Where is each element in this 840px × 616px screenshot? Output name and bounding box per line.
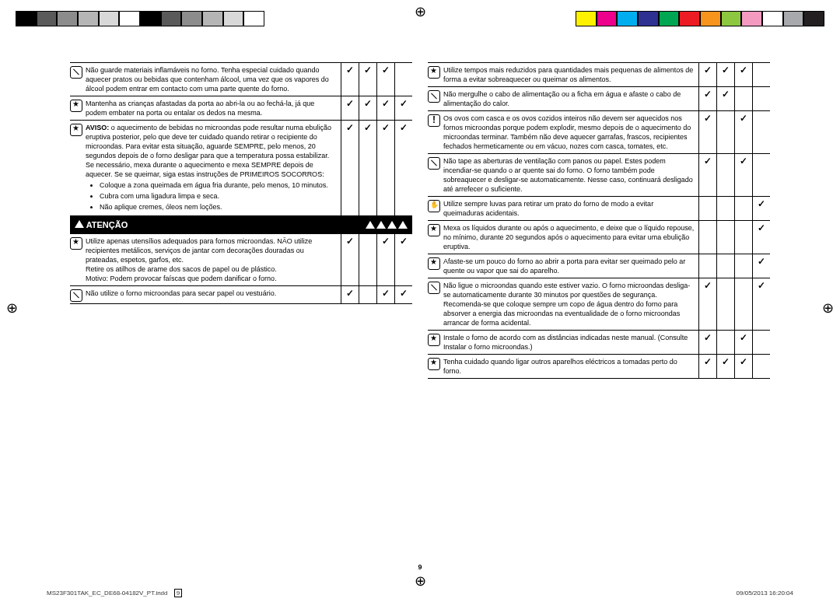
first-aid-list: Coloque a zona queimada em água fria dur… bbox=[100, 180, 338, 212]
checkmark-icon bbox=[704, 332, 712, 343]
check-cell bbox=[699, 355, 717, 379]
caution-icon bbox=[428, 114, 440, 127]
color-swatch bbox=[679, 11, 700, 26]
checkmark-icon bbox=[704, 356, 712, 367]
check-cell bbox=[753, 278, 771, 331]
check-cell bbox=[735, 278, 753, 331]
check-cell bbox=[717, 154, 735, 197]
color-swatch bbox=[223, 11, 244, 26]
check-cell bbox=[717, 63, 735, 87]
prohibition-icon bbox=[70, 289, 82, 302]
check-cell bbox=[699, 154, 717, 197]
checkmark-icon bbox=[364, 122, 372, 133]
important-icon bbox=[428, 358, 440, 370]
checkmark-icon bbox=[382, 288, 390, 299]
checkmark-icon bbox=[346, 122, 354, 133]
check-cell bbox=[753, 254, 771, 278]
check-cell bbox=[395, 286, 413, 304]
row-text: Utilize apenas utensílios adequados para… bbox=[84, 234, 341, 286]
color-swatch bbox=[741, 11, 762, 26]
row-icon-cell bbox=[428, 87, 442, 111]
color-swatch bbox=[57, 11, 78, 26]
checkmark-icon bbox=[400, 98, 408, 109]
check-cell bbox=[753, 111, 771, 154]
row-icon-cell bbox=[428, 331, 442, 355]
check-cell bbox=[717, 197, 735, 221]
color-swatch bbox=[243, 11, 264, 26]
row-text: Não guarde materiais inflamáveis no forn… bbox=[84, 63, 341, 96]
check-cell bbox=[735, 63, 753, 87]
row-icon-cell bbox=[428, 221, 442, 254]
checkmark-icon bbox=[758, 198, 765, 209]
check-cell bbox=[395, 96, 413, 121]
table-row: Afaste-se um pouco do forno ao abrir a p… bbox=[428, 254, 770, 278]
row-icon-cell bbox=[428, 63, 442, 87]
check-cell bbox=[717, 221, 735, 254]
color-swatch bbox=[597, 11, 618, 26]
row-text: Não utilize o forno microondas para seca… bbox=[84, 286, 341, 304]
color-swatch bbox=[638, 11, 659, 26]
check-cell bbox=[753, 221, 771, 254]
checkmark-icon bbox=[400, 236, 408, 247]
color-swatch bbox=[119, 11, 140, 26]
check-cell bbox=[753, 87, 771, 111]
checkmark-icon bbox=[704, 156, 712, 166]
checkmark-icon bbox=[364, 65, 372, 75]
checkmark-icon bbox=[346, 98, 354, 109]
check-cell bbox=[735, 254, 753, 278]
attention-header: ATENÇÃO bbox=[70, 216, 412, 233]
row-icon-cell bbox=[70, 286, 84, 304]
check-cell bbox=[377, 63, 395, 96]
row-text: Mexa os líquidos durante ou após o aquec… bbox=[442, 221, 699, 254]
check-cell bbox=[699, 221, 717, 254]
row-icon-cell bbox=[428, 111, 442, 154]
check-cell bbox=[753, 331, 771, 355]
row-text: Utilize sempre luvas para retirar um pra… bbox=[442, 197, 699, 221]
color-swatch bbox=[700, 11, 721, 26]
row-icon-cell bbox=[428, 154, 442, 197]
row-text: Não ligue o microondas quando este estiv… bbox=[442, 278, 699, 331]
color-swatch bbox=[161, 11, 182, 26]
footer-filename: MS23F301TAK_EC_DE68-04182V_PT.indd 9 bbox=[47, 590, 182, 597]
table-row: Tenha cuidado quando ligar outros aparel… bbox=[428, 355, 770, 379]
checkmark-icon bbox=[382, 236, 390, 247]
prohibition-icon bbox=[428, 90, 440, 103]
prohibition-icon bbox=[428, 282, 440, 294]
prohibition-icon bbox=[428, 157, 440, 170]
table-row: Os ovos com casca e os ovos cozidos inte… bbox=[428, 111, 770, 154]
table-row: Utilize sempre luvas para retirar um pra… bbox=[428, 197, 770, 221]
check-cell bbox=[377, 234, 395, 286]
warning-triangle-icon bbox=[398, 221, 408, 229]
check-cell bbox=[395, 121, 413, 216]
check-cell bbox=[395, 63, 413, 96]
color-swatch bbox=[659, 11, 680, 26]
checkmark-icon bbox=[722, 356, 730, 367]
checkmark-icon bbox=[740, 356, 747, 367]
safety-table-left-b: Utilize apenas utensílios adequados para… bbox=[70, 233, 412, 304]
check-cell bbox=[717, 331, 735, 355]
check-cell bbox=[359, 121, 377, 216]
check-cell bbox=[717, 355, 735, 379]
row-text: Instale o forno de acordo com as distânc… bbox=[442, 331, 699, 355]
color-swatch bbox=[617, 11, 638, 26]
table-row: Mantenha as crianças afastadas da porta … bbox=[70, 96, 412, 121]
row-text: Os ovos com casca e os ovos cozidos inte… bbox=[442, 111, 699, 154]
column-right: Utilize tempos mais reduzidos para quant… bbox=[428, 62, 770, 554]
important-icon bbox=[70, 237, 82, 250]
check-cell bbox=[341, 286, 359, 304]
check-cell bbox=[717, 87, 735, 111]
checkmark-icon bbox=[722, 65, 730, 75]
page-body: Não guarde materiais inflamáveis no forn… bbox=[0, 62, 840, 554]
checkmark-icon bbox=[382, 98, 390, 109]
checkmark-icon bbox=[758, 256, 765, 267]
warning-triangle-icon bbox=[366, 221, 375, 229]
row-icon-cell bbox=[70, 63, 84, 96]
registration-bar-right bbox=[576, 11, 824, 26]
color-swatch bbox=[762, 11, 783, 26]
warning-triangle-icon bbox=[387, 221, 397, 229]
checkmark-icon bbox=[704, 89, 712, 100]
registration-mark-bottom: ⊕ bbox=[415, 574, 426, 588]
registration-mark-top: ⊕ bbox=[415, 5, 426, 19]
warning-triangle-icon bbox=[376, 221, 386, 229]
checkmark-icon bbox=[400, 122, 408, 133]
